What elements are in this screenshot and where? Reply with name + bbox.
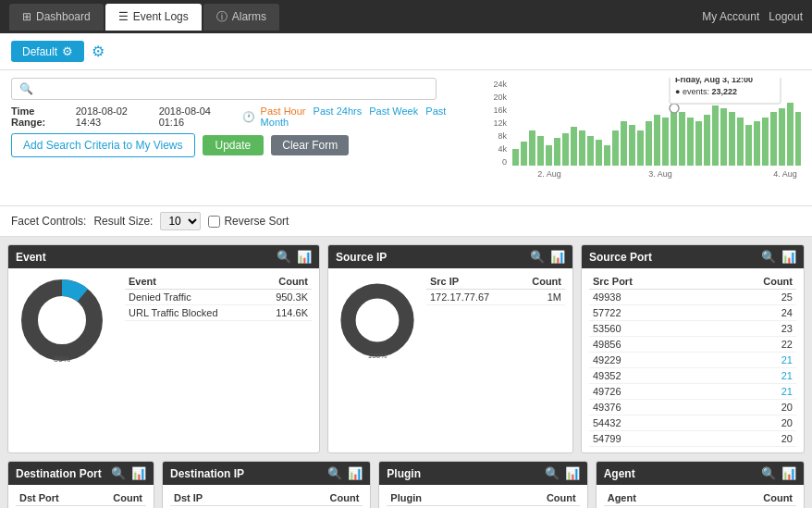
dst-ip-col-ip: Dst IP <box>170 490 298 506</box>
tab-dashboard[interactable]: ⊞ Dashboard <box>9 4 104 31</box>
source-ip-table: Src IP Count 172.17.77.67 1M <box>426 274 565 305</box>
svg-rect-31 <box>712 105 719 166</box>
svg-rect-40 <box>787 103 794 166</box>
src-ip-col-count: Count <box>516 274 565 290</box>
past-week-link[interactable]: Past Week <box>369 105 418 117</box>
dest-ip-panel-body: Dst IP Count 131.253.61.98137.7K 131.253… <box>163 485 370 508</box>
svg-text:0: 0 <box>502 157 507 167</box>
source-ip-table-wrap: Src IP Count 172.17.77.67 1M <box>426 274 565 305</box>
svg-rect-39 <box>779 108 785 166</box>
svg-text:3. Aug: 3. Aug <box>648 169 672 179</box>
source-ip-chart-icon[interactable]: 📊 <box>550 250 565 264</box>
logout-link[interactable]: Logout <box>769 10 803 23</box>
panels-wrap: Event 🔍 📊 89% 11% <box>0 237 812 508</box>
source-port-panel: Source Port 🔍 📊 Src Port Count 4993825 <box>581 244 805 453</box>
source-ip-panel: Source IP 🔍 📊 100% <box>327 244 573 453</box>
plugin-col-name: Plugin <box>387 490 495 506</box>
gear-icon: ⚙ <box>62 44 73 58</box>
event-search-icon[interactable]: 🔍 <box>277 250 291 264</box>
result-size-select[interactable]: 10 25 50 <box>160 212 201 230</box>
alarms-icon: ⓘ <box>216 9 228 25</box>
svg-text:2. Aug: 2. Aug <box>537 169 561 179</box>
svg-rect-14 <box>571 127 577 166</box>
event-col-count: Count <box>257 274 312 290</box>
tab-alarms[interactable]: ⓘ Alarms <box>203 4 279 31</box>
source-ip-panel-header: Source IP 🔍 📊 <box>328 245 572 268</box>
chart-area: 24k 20k 16k 12k 8k 4k 0 <box>486 78 801 198</box>
svg-rect-16 <box>587 136 594 166</box>
dest-port-search-icon[interactable]: 🔍 <box>111 466 126 480</box>
svg-rect-20 <box>621 121 627 166</box>
table-row: 172.17.77.67 1M <box>426 290 565 305</box>
action-row: Add Search Criteria to My Views Update C… <box>11 133 475 157</box>
plugin-panel-body: Plugin Count cisco-asa950.1K iboss114.5K <box>379 485 586 508</box>
svg-text:89%: 89% <box>54 354 70 364</box>
search-input-wrap[interactable]: 🔍 src_ip:172.17.77.67 <box>11 78 437 100</box>
svg-text:● events: 23,222: ● events: 23,222 <box>675 87 737 96</box>
source-port-chart-icon[interactable]: 📊 <box>781 250 796 264</box>
plugin-panel-header: Plugin 🔍 📊 <box>379 462 586 485</box>
agent-panel-icons: 🔍 📊 <box>761 466 796 480</box>
svg-text:4. Aug: 4. Aug <box>773 169 797 179</box>
agent-panel: Agent 🔍 📊 Agent Count 10.254.2.23950.1 <box>596 461 805 508</box>
svg-text:Friday, Aug 3, 12:00: Friday, Aug 3, 12:00 <box>675 78 753 84</box>
svg-rect-26 <box>671 108 677 166</box>
dest-ip-chart-icon[interactable]: 📊 <box>348 466 363 480</box>
table-row: 5772224 <box>589 305 796 321</box>
svg-rect-15 <box>579 130 585 166</box>
dest-port-table: Dst Port Count 443895.5K 8054.5K <box>16 490 146 508</box>
clear-form-button[interactable]: Clear Form <box>271 135 349 155</box>
dst-ip-col-count: Count <box>298 490 363 506</box>
search-left: 🔍 src_ip:172.17.77.67 Time Range: 2018-0… <box>11 78 475 157</box>
event-logs-icon: ☰ <box>118 10 129 23</box>
reverse-sort-label[interactable]: Reverse Sort <box>208 215 289 228</box>
svg-text:20k: 20k <box>493 93 507 102</box>
search-input[interactable]: src_ip:172.17.77.67 <box>38 82 428 95</box>
dest-ip-table: Dst IP Count 131.253.61.98137.7K 131.253… <box>170 490 363 508</box>
reverse-sort-checkbox[interactable] <box>208 216 220 228</box>
tab-event-logs[interactable]: ☰ Event Logs <box>105 4 202 31</box>
time-links: Past Hour Past 24hrs Past Week Past Mont… <box>261 105 475 128</box>
svg-rect-7 <box>512 149 519 166</box>
search-icon: 🔍 <box>19 82 33 95</box>
source-port-table: Src Port Count 4993825 5772224 5356023 4… <box>589 274 796 447</box>
svg-rect-36 <box>754 121 760 166</box>
svg-text:24k: 24k <box>493 80 507 89</box>
src-ip-col-ip: Src IP <box>426 274 516 290</box>
dest-port-chart-icon[interactable]: 📊 <box>131 466 146 480</box>
default-button[interactable]: Default ⚙ <box>11 41 84 62</box>
source-ip-search-icon[interactable]: 🔍 <box>530 250 545 264</box>
past-24hrs-link[interactable]: Past 24hrs <box>314 105 363 117</box>
source-port-panel-body: Src Port Count 4993825 5772224 5356023 4… <box>582 268 804 452</box>
update-button[interactable]: Update <box>203 135 265 155</box>
event-table-wrap: Event Count Denied Traffic 950.3K <box>125 274 312 321</box>
svg-rect-19 <box>612 130 619 166</box>
add-view-button[interactable]: Add Search Criteria to My Views <box>11 133 195 157</box>
search-row: 🔍 src_ip:172.17.77.67 <box>11 78 475 100</box>
svg-text:100%: 100% <box>368 352 388 360</box>
dest-ip-panel-header: Destination IP 🔍 📊 <box>163 462 370 485</box>
my-account-link[interactable]: My Account <box>702 10 759 23</box>
agent-table: Agent Count 10.254.2.23950.1K 172.30.35.… <box>604 490 796 508</box>
plugin-search-icon[interactable]: 🔍 <box>545 466 560 480</box>
plugin-chart-icon[interactable]: 📊 <box>565 466 580 480</box>
agent-chart-icon[interactable]: 📊 <box>781 466 796 480</box>
table-row: Denied Traffic 950.3K <box>125 290 312 305</box>
event-panel-header: Event 🔍 📊 <box>8 245 319 268</box>
plugin-table: Plugin Count cisco-asa950.1K iboss114.5K <box>387 490 579 508</box>
table-row: 4972621 <box>589 384 796 400</box>
table-row: URL Traffic Blocked 114.6K <box>125 305 312 321</box>
svg-text:11%: 11% <box>71 284 86 292</box>
event-panel-body: 89% 11% Event Count <box>8 268 319 375</box>
dest-ip-search-icon[interactable]: 🔍 <box>327 466 342 480</box>
agent-search-icon[interactable]: 🔍 <box>761 466 776 480</box>
event-chart-icon[interactable]: 📊 <box>297 250 312 264</box>
source-port-search-icon[interactable]: 🔍 <box>761 250 776 264</box>
table-row: 4985622 <box>589 337 796 353</box>
settings-icon[interactable]: ⚙ <box>92 43 105 60</box>
time-to: 2018-08-04 01:16 <box>159 105 237 128</box>
time-range-label: Time Range: <box>11 105 70 128</box>
panels-row-2: Destination Port 🔍 📊 Dst Port Count 44 <box>7 461 805 508</box>
table-row: 4937620 <box>589 400 796 415</box>
past-hour-link[interactable]: Past Hour <box>261 105 306 117</box>
